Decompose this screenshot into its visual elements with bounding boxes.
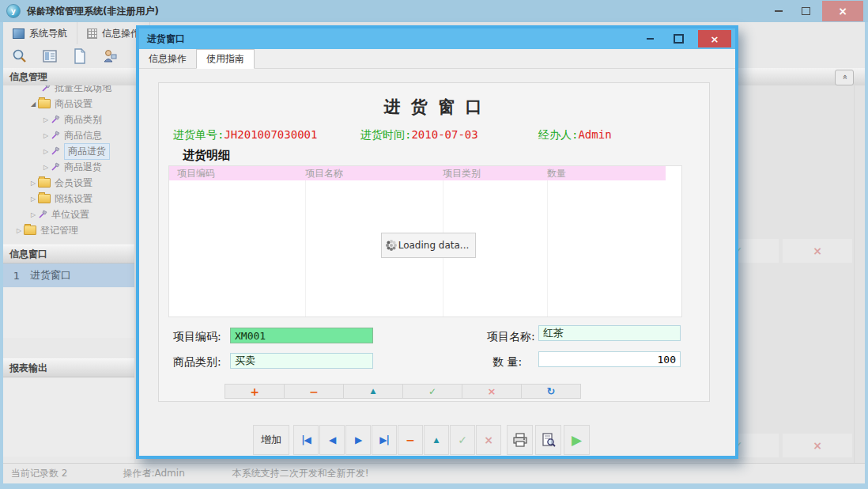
spinner-icon xyxy=(390,244,393,247)
tree-item-label: 陪练设置 xyxy=(55,192,92,206)
document-icon xyxy=(74,48,86,64)
product-category-input[interactable]: 买卖 xyxy=(230,353,373,369)
last-record-icon: ▶| xyxy=(379,434,389,445)
tree-item-label: 商品类别 xyxy=(64,113,102,127)
tree-item-product-return[interactable]: ▷ 商品退货 xyxy=(3,159,134,175)
search-button[interactable] xyxy=(9,47,30,66)
grid-edit-toolbar: + − ▲ ✓ × ↻ xyxy=(225,384,580,399)
tree-item-label: 登记管理 xyxy=(40,224,78,237)
sidebar-header-label: 信息窗口 xyxy=(9,248,47,261)
tool-icon xyxy=(51,162,60,172)
add-record-label: 增加 xyxy=(261,433,281,447)
tree-collapsed-icon: ▷ xyxy=(41,132,51,139)
operator-value: Admin xyxy=(578,128,611,141)
minimize-icon xyxy=(647,38,654,40)
grid-refresh-button[interactable]: ↻ xyxy=(521,384,581,399)
nav-delete-button[interactable]: − xyxy=(398,425,423,455)
chevrons-up-icon: » xyxy=(840,76,848,80)
open-window-list-empty xyxy=(3,287,134,338)
grid-col-quantity: 数量 xyxy=(547,167,642,180)
background-reject-button-2[interactable]: × xyxy=(783,434,852,457)
tree-item-label: 单位设置 xyxy=(51,208,89,222)
document-button[interactable] xyxy=(70,47,90,66)
nav-first-button[interactable]: |◀ xyxy=(293,425,319,455)
add-record-button[interactable]: 增加 xyxy=(253,425,289,455)
cross-icon: × xyxy=(813,439,822,452)
stockin-time-label: 进货时间: xyxy=(360,128,411,141)
dialog-tab-user-guide[interactable]: 使用指南 xyxy=(196,49,255,69)
status-record-count: 当前记录数 2 xyxy=(11,467,67,480)
dialog-minimize-button[interactable] xyxy=(640,30,659,47)
nav-post-button[interactable]: ✓ xyxy=(450,425,475,455)
stockin-dialog: 进货窗口 × 信息操作 使用指南 进 货 窗 口 进货单号:JH20100703… xyxy=(136,25,738,459)
tree-item-trainer-settings[interactable]: ▷ 陪练设置 xyxy=(3,191,134,207)
status-bar: 当前记录数 2 操作者:Admin 本系统支持二次开发和全新开发! xyxy=(3,463,865,483)
grid-post-button[interactable]: ✓ xyxy=(402,384,462,399)
main-titlebar: y 保龄球馆管理系统(非注册用户) × xyxy=(0,0,868,22)
folder-icon xyxy=(38,178,51,188)
tree-collapsed-icon: ▷ xyxy=(41,116,51,123)
ribbon-tab-system-nav[interactable]: 系统导航 xyxy=(3,22,77,44)
stockin-detail-grid[interactable]: 项目编码 项目名称 项目类别 数量 Loading data... xyxy=(168,165,682,317)
grid-delete-button[interactable]: − xyxy=(284,384,344,399)
tree-item-member-settings[interactable]: ▷ 会员设置 xyxy=(3,175,134,191)
preview-button[interactable] xyxy=(535,425,561,455)
tool-icon xyxy=(51,115,60,124)
form-view-button[interactable] xyxy=(40,47,60,66)
nav-edit-button[interactable]: ▲ xyxy=(424,425,449,455)
tree-item-label: 商品信息 xyxy=(64,129,102,142)
quantity-label: 数 量: xyxy=(492,355,522,370)
ribbon-tab-label: 信息操作 xyxy=(102,27,140,40)
grid-header-endcap xyxy=(666,166,681,180)
detail-section-title: 进货明细 xyxy=(183,148,230,163)
grid-edit-button[interactable]: ▲ xyxy=(343,384,403,399)
dialog-titlebar[interactable]: 进货窗口 × xyxy=(139,28,735,49)
order-number-value: JH201007030001 xyxy=(224,128,317,141)
collapse-panel-button[interactable]: » xyxy=(835,70,854,85)
folder-icon xyxy=(38,194,51,203)
nav-last-button[interactable]: ▶| xyxy=(372,425,397,455)
tree-collapsed-icon: ▷ xyxy=(28,211,38,218)
tree-item-product-settings[interactable]: ◢ 商品设置 xyxy=(3,96,134,112)
tree-collapsed-icon: ▷ xyxy=(28,180,38,187)
nav-cancel-button[interactable]: × xyxy=(476,425,501,455)
run-button[interactable]: ▶ xyxy=(564,425,590,455)
nav-prev-button[interactable]: ◀ xyxy=(319,425,345,455)
item-code-input[interactable]: XM001 xyxy=(230,328,373,343)
preview-icon xyxy=(541,432,557,448)
dialog-tab-label: 信息操作 xyxy=(149,52,187,66)
tree-item-unit-settings[interactable]: ▷ 单位设置 xyxy=(3,207,134,222)
cross-icon: × xyxy=(484,434,493,446)
operator-field: 经办人:Admin xyxy=(538,128,612,142)
background-reject-button[interactable]: × xyxy=(783,239,852,263)
minus-icon: − xyxy=(406,434,415,446)
tree-item-product-category[interactable]: ▷ 商品类别 xyxy=(3,112,134,127)
tree-item-product-info[interactable]: ▷ 商品信息 xyxy=(3,127,134,143)
quantity-input[interactable]: 100 xyxy=(538,351,681,367)
grid-cancel-button[interactable]: × xyxy=(462,384,522,399)
dialog-tab-info-ops[interactable]: 信息操作 xyxy=(139,49,196,68)
main-close-button[interactable]: × xyxy=(822,1,863,21)
print-button[interactable] xyxy=(507,425,533,455)
open-window-list-item[interactable]: 1 进货窗口 xyxy=(3,263,134,287)
nav-next-button[interactable]: ▶ xyxy=(345,425,371,455)
dialog-close-button[interactable]: × xyxy=(698,30,731,47)
tree-item-batch-generate[interactable]: 批量生成场地 xyxy=(3,85,134,96)
tool-icon xyxy=(51,131,60,140)
main-minimize-button[interactable] xyxy=(768,1,789,21)
grid-col-item-category: 项目类别 xyxy=(443,167,547,180)
stockin-time-field: 进货时间:2010-07-03 xyxy=(360,128,478,142)
user-button[interactable] xyxy=(100,47,120,66)
tree-item-product-stockin[interactable]: ▷ 商品进货 xyxy=(3,143,134,159)
main-restore-button[interactable] xyxy=(795,1,816,21)
grid-append-button[interactable]: + xyxy=(225,384,285,399)
dialog-maximize-button[interactable] xyxy=(669,30,688,47)
sidebar-header-report-output: 报表输出 xyxy=(3,358,134,377)
item-name-label: 项目名称: xyxy=(487,330,535,344)
tree-item-registration-mgmt[interactable]: ▷ 登记管理 xyxy=(3,222,134,238)
operator-label: 经办人: xyxy=(538,128,578,141)
loading-indicator: Loading data... xyxy=(381,233,476,258)
item-name-input[interactable]: 红茶 xyxy=(538,325,681,341)
tree-expanded-icon: ◢ xyxy=(28,100,38,108)
tree-item-label: 商品退货 xyxy=(64,161,102,174)
